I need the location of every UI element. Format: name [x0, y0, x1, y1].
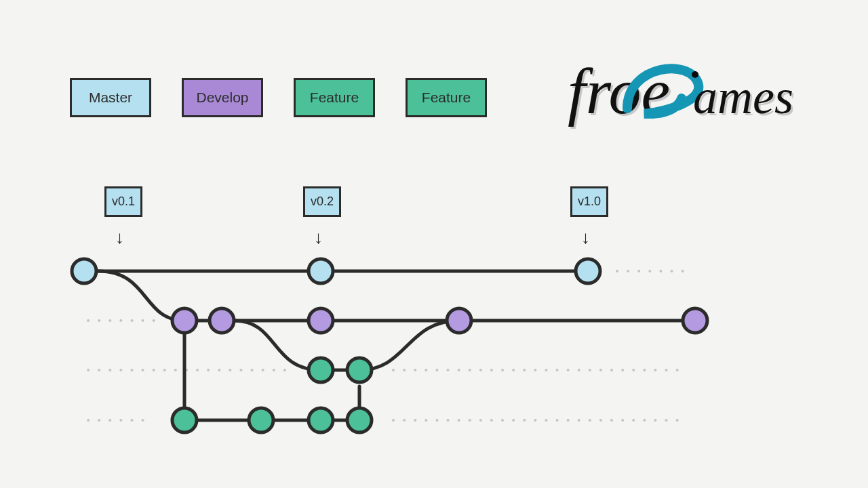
legend-develop: Develop	[182, 78, 263, 117]
svg-point-23	[309, 408, 333, 432]
svg-point-22	[249, 408, 273, 432]
svg-point-14	[172, 308, 197, 333]
legend-label: Feature	[310, 89, 359, 106]
legend-label: Develop	[196, 89, 248, 106]
diagram-canvas: Master Develop Feature Feature v0.1 v0.2…	[0, 0, 868, 488]
legend-feature: Feature	[406, 78, 487, 117]
tag-label: v0.2	[311, 195, 334, 209]
arrow-down-icon: ↓	[115, 227, 124, 248]
svg-point-20	[347, 358, 372, 382]
svg-point-19	[309, 358, 333, 382]
legend-label: Master	[89, 89, 132, 106]
svg-point-15	[210, 308, 234, 333]
svg-text:ames: ames	[693, 70, 793, 124]
svg-point-11	[72, 259, 96, 283]
tag-box: v1.0	[570, 186, 608, 217]
svg-point-21	[172, 408, 197, 432]
legend-label: Feature	[422, 89, 471, 106]
svg-point-12	[309, 259, 333, 283]
arrow-down-icon: ↓	[581, 227, 590, 248]
tag-box: v0.1	[104, 186, 142, 217]
svg-point-16	[309, 308, 333, 333]
tag-label: v0.1	[112, 195, 135, 209]
svg-point-17	[447, 308, 471, 333]
legend-feature: Feature	[294, 78, 375, 117]
legend-master: Master	[70, 78, 151, 117]
tag-label: v1.0	[578, 195, 601, 209]
arrow-down-icon: ↓	[314, 227, 323, 248]
brand-logo: froe froe ames ames	[563, 47, 793, 136]
svg-point-18	[683, 308, 707, 333]
tag-box: v0.2	[303, 186, 341, 217]
svg-point-13	[576, 259, 600, 283]
svg-point-24	[347, 408, 372, 432]
